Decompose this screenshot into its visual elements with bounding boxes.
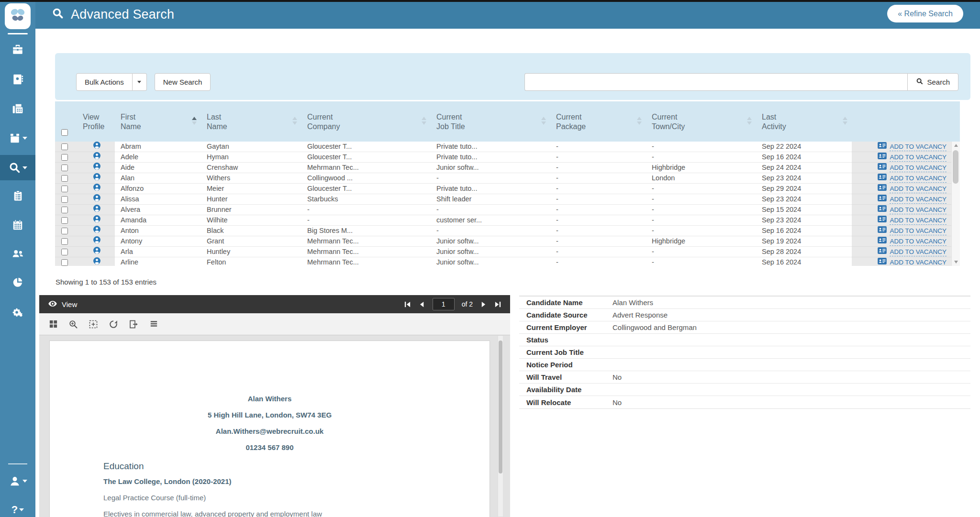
sidebar: ?: [0, 0, 35, 517]
column-header[interactable]: Last Name: [201, 101, 301, 142]
sidebar-item-gears[interactable]: [0, 301, 35, 324]
add-to-vacancy-link[interactable]: ADD TO VACANCY: [852, 205, 951, 215]
table-row[interactable]: AlissaHunterStarbucksShift leader--Sep 2…: [55, 194, 960, 205]
view-profile-icon[interactable]: [93, 184, 101, 194]
add-to-vacancy-link[interactable]: ADD TO VACANCY: [852, 257, 951, 266]
add-to-vacancy-link[interactable]: ADD TO VACANCY: [852, 215, 951, 226]
table-row[interactable]: AlanWithersCollingwood ...--LondonSep 23…: [55, 173, 960, 184]
app-logo[interactable]: [5, 3, 31, 29]
row-checkbox[interactable]: [61, 154, 68, 161]
bulk-actions-button[interactable]: Bulk Actions: [76, 73, 133, 91]
add-to-vacancy-link[interactable]: ADD TO VACANCY: [852, 194, 951, 205]
add-to-vacancy-link[interactable]: ADD TO VACANCY: [852, 142, 951, 152]
scroll-down-arrow-icon[interactable]: [952, 258, 960, 266]
view-profile-icon[interactable]: [93, 205, 101, 215]
sidebar-item-address-book[interactable]: [0, 68, 35, 91]
column-header[interactable]: Current Package: [550, 101, 646, 142]
add-to-vacancy-link[interactable]: ADD TO VACANCY: [852, 152, 951, 163]
row-checkbox[interactable]: [61, 196, 68, 203]
table-row[interactable]: AlveraBrunner----Sep 15 2024ADD TO VACAN…: [55, 205, 960, 215]
sidebar-item-fax[interactable]: [0, 97, 35, 120]
row-checkbox[interactable]: [61, 175, 68, 182]
cell-town: -: [646, 247, 756, 257]
sidebar-item-archive-box[interactable]: [0, 127, 35, 150]
first-page-icon[interactable]: [404, 301, 411, 308]
row-checkbox[interactable]: [61, 207, 68, 213]
scroll-up-arrow-icon[interactable]: [952, 142, 960, 149]
table-row[interactable]: AmandaWilhite-customer ser...--Sep 23 20…: [55, 215, 960, 226]
row-checkbox[interactable]: [61, 238, 68, 245]
rotate-icon[interactable]: [107, 318, 120, 330]
table-row[interactable]: AbramGaytanGloucester T...Private tuto..…: [55, 142, 960, 152]
add-to-vacancy-link[interactable]: ADD TO VACANCY: [852, 236, 951, 247]
document-scrollbar-thumb[interactable]: [499, 341, 502, 473]
row-checkbox[interactable]: [61, 186, 68, 192]
add-to-vacancy-link[interactable]: ADD TO VACANCY: [852, 163, 951, 173]
table-row[interactable]: AideCrenshawMehrmann Tec...Junior softw.…: [55, 163, 960, 173]
text-view-icon[interactable]: [147, 318, 160, 330]
column-header[interactable]: Last Activity: [756, 101, 852, 142]
row-checkbox[interactable]: [61, 143, 68, 150]
view-profile-icon[interactable]: [93, 163, 101, 173]
previous-page-icon[interactable]: [418, 301, 425, 308]
thumbnails-icon[interactable]: [47, 318, 59, 330]
view-profile-icon[interactable]: [93, 236, 101, 247]
cell-package: -: [550, 215, 646, 226]
add-to-vacancy-link[interactable]: ADD TO VACANCY: [852, 226, 951, 236]
search-icon: [8, 161, 21, 174]
zoom-in-icon[interactable]: [67, 318, 79, 330]
table-row[interactable]: AlfonzoMeierGloucester T...Private tuto.…: [55, 184, 960, 194]
row-checkbox[interactable]: [61, 249, 68, 255]
column-header[interactable]: Current Job Title: [431, 101, 550, 142]
refine-search-button[interactable]: « Refine Search: [887, 5, 963, 22]
add-to-vacancy-link[interactable]: ADD TO VACANCY: [852, 184, 951, 194]
sidebar-item-search[interactable]: [0, 155, 35, 180]
last-page-icon[interactable]: [494, 301, 501, 308]
add-to-vacancy-link[interactable]: ADD TO VACANCY: [852, 247, 951, 257]
table-row[interactable]: AntonBlackBig Stores M...---Sep 16 2024A…: [55, 226, 960, 236]
vacancy-card-icon: [878, 152, 887, 162]
sidebar-item-help[interactable]: ?: [0, 498, 35, 517]
document-scrollbar[interactable]: [498, 335, 503, 517]
view-profile-icon[interactable]: [93, 194, 101, 205]
export-page-icon[interactable]: [127, 318, 140, 330]
view-profile-icon[interactable]: [93, 142, 101, 152]
column-header[interactable]: Current Town/City: [646, 101, 756, 142]
column-header[interactable]: Current Company: [301, 101, 431, 142]
cell-town: Highbridge: [646, 163, 756, 173]
row-checkbox[interactable]: [61, 165, 68, 171]
table-scrollbar-thumb[interactable]: [953, 150, 958, 184]
sidebar-item-user[interactable]: [0, 470, 35, 493]
sidebar-item-briefcase[interactable]: [0, 38, 35, 61]
view-profile-icon[interactable]: [93, 247, 101, 257]
view-profile-icon[interactable]: [93, 226, 101, 236]
view-button[interactable]: View: [48, 300, 77, 308]
bulk-actions-dropdown-button[interactable]: [133, 73, 147, 91]
next-page-icon[interactable]: [480, 301, 487, 308]
add-to-vacancy-link[interactable]: ADD TO VACANCY: [852, 173, 951, 184]
cell-activity: Sep 19 2024: [756, 236, 852, 247]
view-profile-icon[interactable]: [93, 173, 101, 184]
view-profile-icon[interactable]: [93, 257, 101, 266]
table-row[interactable]: ArlaHuntleyMehrmann Tec...Junior softw..…: [55, 247, 960, 257]
keyword-search-input[interactable]: [524, 73, 907, 91]
row-checkbox[interactable]: [61, 228, 68, 234]
view-profile-icon[interactable]: [93, 215, 101, 226]
row-checkbox[interactable]: [61, 259, 68, 266]
row-checkbox[interactable]: [61, 217, 68, 224]
fit-page-icon[interactable]: [87, 318, 100, 330]
search-button[interactable]: Search: [907, 73, 958, 91]
select-all-checkbox[interactable]: [61, 129, 68, 136]
view-profile-icon[interactable]: [93, 152, 101, 163]
sidebar-item-calendar[interactable]: [0, 213, 35, 236]
table-scrollbar[interactable]: [951, 142, 960, 266]
table-row[interactable]: ArlineFeltonMehrmann Tec...Junior softw.…: [55, 257, 960, 266]
new-search-button[interactable]: New Search: [155, 73, 211, 91]
table-row[interactable]: AdeleHymanGloucester T...Private tuto...…: [55, 152, 960, 163]
sidebar-item-clipboard[interactable]: [0, 184, 35, 207]
column-header[interactable]: First Name: [115, 101, 201, 142]
table-row[interactable]: AntonyGrantMehrmann Tec...Junior softw..…: [55, 236, 960, 247]
sidebar-item-pie-chart[interactable]: [0, 271, 35, 294]
sidebar-item-users[interactable]: [0, 242, 35, 265]
page-number-input[interactable]: [433, 298, 455, 310]
